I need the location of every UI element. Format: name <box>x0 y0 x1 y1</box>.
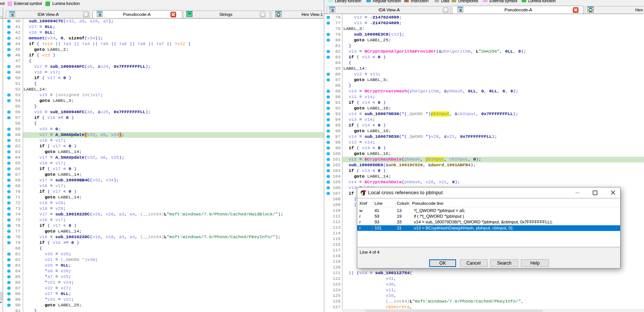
svg-text:”: ” <box>188 12 191 17</box>
